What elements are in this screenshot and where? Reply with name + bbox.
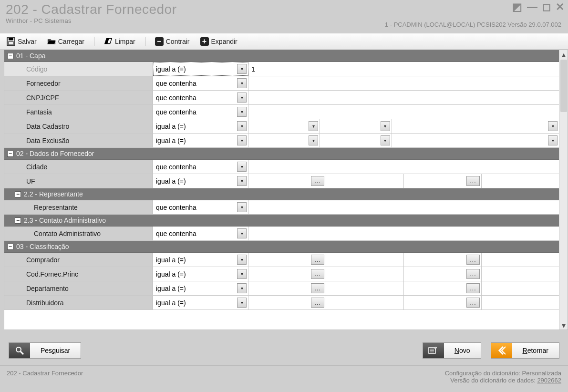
section-header-dados-fornecedor[interactable]: − 02 - Dados do Fornecedor bbox=[4, 148, 559, 160]
operator-select[interactable]: igual a (=) ▾ bbox=[153, 119, 248, 133]
chevron-down-icon[interactable]: ▾ bbox=[237, 202, 247, 212]
ellipsis-icon[interactable]: ... bbox=[311, 283, 324, 293]
lookup-input[interactable]: ... bbox=[248, 267, 326, 281]
value-input[interactable] bbox=[326, 281, 404, 295]
lookup-input[interactable]: ... bbox=[248, 296, 326, 309]
value-input[interactable] bbox=[482, 296, 559, 309]
date-input[interactable]: ▾ bbox=[320, 119, 392, 133]
lookup-input[interactable]: ... bbox=[404, 253, 482, 267]
value-input[interactable] bbox=[326, 296, 404, 309]
maximize-icon[interactable]: ◻ bbox=[542, 2, 551, 12]
operator-select[interactable]: igual a (=) ▾ bbox=[153, 267, 248, 281]
chevron-down-icon[interactable]: ▾ bbox=[381, 121, 390, 131]
section-header-capa[interactable]: − 01 - Capa bbox=[4, 50, 559, 62]
date-input[interactable]: ▾ bbox=[392, 134, 559, 147]
collapse-button[interactable]: − Contrair bbox=[152, 36, 193, 47]
load-button[interactable]: Carregar bbox=[44, 36, 87, 47]
date-input[interactable]: ▾ bbox=[392, 119, 559, 133]
ellipsis-icon[interactable]: ... bbox=[311, 269, 324, 279]
chevron-down-icon[interactable]: ▾ bbox=[381, 135, 390, 145]
ellipsis-icon[interactable]: ... bbox=[466, 269, 480, 279]
operator-select[interactable]: igual a (=) ▾ bbox=[153, 281, 248, 295]
value-input[interactable] bbox=[326, 267, 404, 281]
value-input[interactable] bbox=[248, 160, 559, 174]
chevron-down-icon[interactable]: ▾ bbox=[237, 269, 247, 279]
lookup-input[interactable]: ... bbox=[404, 174, 482, 188]
ellipsis-icon[interactable]: ... bbox=[311, 176, 324, 186]
new-button[interactable]: Novo bbox=[423, 342, 481, 359]
chevron-down-icon[interactable]: ▾ bbox=[237, 162, 247, 172]
save-button[interactable]: Salvar bbox=[4, 36, 40, 47]
operator-select[interactable]: igual a (=) ▾ bbox=[153, 134, 248, 147]
operator-select[interactable]: que contenha ▾ bbox=[153, 227, 248, 240]
value-input[interactable]: 1 bbox=[248, 62, 336, 76]
ellipsis-icon[interactable]: ... bbox=[311, 298, 324, 308]
date-input[interactable]: ▾ bbox=[248, 134, 320, 147]
chevron-down-icon[interactable]: ▾ bbox=[548, 121, 558, 131]
chevron-down-icon[interactable]: ▾ bbox=[237, 78, 247, 88]
chevron-down-icon[interactable]: ▾ bbox=[309, 121, 318, 131]
chevron-down-icon[interactable]: ▾ bbox=[548, 135, 558, 145]
clear-button[interactable]: Limpar bbox=[101, 36, 138, 47]
pin-icon[interactable]: ◩ bbox=[512, 2, 522, 12]
chevron-down-icon[interactable]: ▾ bbox=[237, 298, 247, 308]
ellipsis-icon[interactable]: ... bbox=[466, 298, 480, 308]
operator-select[interactable]: igual a (=) ▾ bbox=[153, 296, 248, 309]
value-input[interactable] bbox=[482, 281, 559, 295]
chevron-down-icon[interactable]: ▾ bbox=[237, 176, 247, 186]
chevron-down-icon[interactable]: ▾ bbox=[237, 93, 247, 103]
value-input[interactable] bbox=[482, 267, 559, 281]
operator-select[interactable]: que contenha ▾ bbox=[153, 160, 248, 174]
return-button[interactable]: Retornar bbox=[491, 342, 559, 359]
search-button[interactable]: Pesquisar bbox=[9, 342, 81, 359]
value-input[interactable] bbox=[248, 227, 559, 240]
value-input[interactable] bbox=[248, 200, 559, 214]
lookup-input[interactable]: ... bbox=[248, 253, 326, 267]
date-input[interactable]: ▾ bbox=[248, 119, 320, 133]
operator-select[interactable]: igual a (=) ▾ bbox=[153, 62, 248, 76]
lookup-input[interactable]: ... bbox=[248, 281, 326, 295]
value-input[interactable] bbox=[482, 174, 559, 188]
lookup-input[interactable]: ... bbox=[404, 296, 482, 309]
value-input[interactable] bbox=[326, 174, 404, 188]
chevron-down-icon[interactable]: ▾ bbox=[237, 64, 247, 74]
operator-select[interactable]: que contenha ▾ bbox=[153, 105, 248, 119]
chevron-down-icon[interactable]: ▾ bbox=[237, 121, 247, 131]
section-header-contato-adm[interactable]: − 2.3 - Contato Administrativo bbox=[4, 215, 559, 227]
operator-select[interactable]: que contenha ▾ bbox=[153, 76, 248, 90]
chevron-down-icon[interactable]: ▾ bbox=[309, 135, 318, 145]
chevron-down-icon[interactable]: ▾ bbox=[237, 107, 247, 117]
vertical-scrollbar[interactable]: ▴ ▾ bbox=[559, 50, 568, 330]
operator-select[interactable]: que contenha ▾ bbox=[153, 91, 248, 104]
value-input[interactable] bbox=[482, 253, 559, 267]
ellipsis-icon[interactable]: ... bbox=[466, 283, 480, 293]
date-input[interactable]: ▾ bbox=[320, 134, 392, 147]
close-icon[interactable]: ✕ bbox=[556, 2, 564, 12]
value-input[interactable] bbox=[248, 105, 559, 119]
section-header-classificacao[interactable]: − 03 - Classificação bbox=[4, 241, 559, 253]
collapse-toggle-icon[interactable]: − bbox=[7, 53, 13, 59]
scroll-up-icon[interactable]: ▴ bbox=[559, 50, 568, 59]
collapse-toggle-icon[interactable]: − bbox=[15, 217, 21, 224]
collapse-toggle-icon[interactable]: − bbox=[7, 151, 13, 157]
chevron-down-icon[interactable]: ▾ bbox=[237, 255, 247, 265]
scroll-down-icon[interactable]: ▾ bbox=[559, 321, 568, 330]
section-header-representante[interactable]: − 2.2 - Representante bbox=[4, 188, 559, 200]
value-input[interactable] bbox=[248, 91, 559, 104]
value-input[interactable] bbox=[248, 76, 559, 90]
ellipsis-icon[interactable]: ... bbox=[466, 176, 480, 186]
collapse-toggle-icon[interactable]: − bbox=[15, 191, 21, 197]
expand-button[interactable]: + Expandir bbox=[197, 36, 240, 47]
lookup-input[interactable]: ... bbox=[404, 281, 482, 295]
lookup-input[interactable]: ... bbox=[404, 267, 482, 281]
chevron-down-icon[interactable]: ▾ bbox=[237, 283, 247, 293]
scroll-thumb[interactable] bbox=[560, 60, 567, 112]
ellipsis-icon[interactable]: ... bbox=[311, 255, 324, 265]
chevron-down-icon[interactable]: ▾ bbox=[237, 135, 247, 145]
ellipsis-icon[interactable]: ... bbox=[466, 255, 480, 265]
operator-select[interactable]: que contenha ▾ bbox=[153, 200, 248, 214]
chevron-down-icon[interactable]: ▾ bbox=[237, 228, 247, 238]
value-input[interactable] bbox=[326, 253, 404, 267]
operator-select[interactable]: igual a (=) ▾ bbox=[153, 253, 248, 267]
collapse-toggle-icon[interactable]: − bbox=[7, 244, 13, 250]
